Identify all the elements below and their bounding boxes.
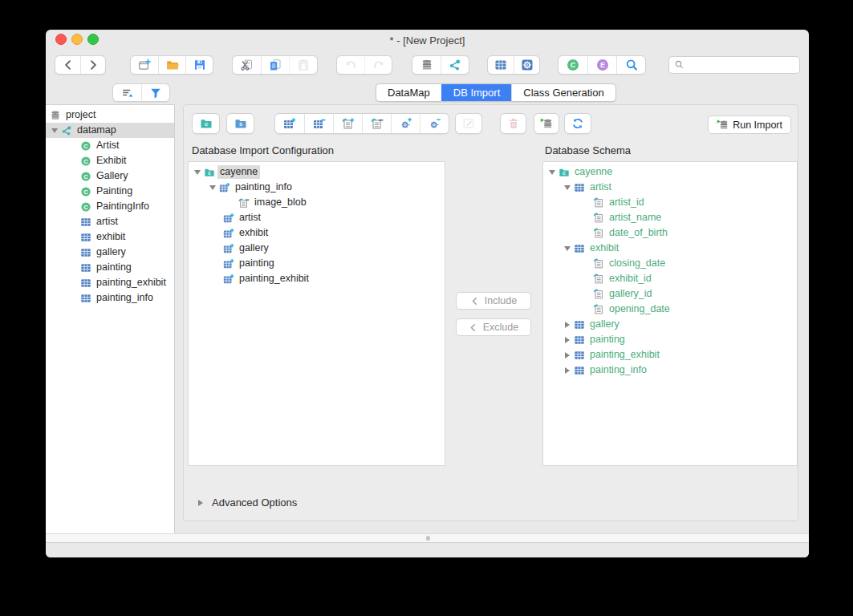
collapse-icon[interactable] (49, 123, 60, 138)
toolbar-search (668, 56, 800, 74)
include-table-button[interactable] (275, 114, 304, 133)
tree-node-exhibit[interactable]: exhibit (543, 241, 797, 256)
tree-node-painting-info[interactable]: painting_info (543, 363, 797, 378)
horizontal-splitter[interactable] (46, 533, 809, 543)
open-project-button[interactable] (158, 56, 185, 74)
tree-node-exhibit[interactable]: exhibit (189, 225, 445, 241)
tree-node-painting[interactable]: painting (189, 256, 445, 271)
back-button[interactable] (55, 56, 80, 74)
tree-node-datamap[interactable]: datamap (46, 123, 174, 138)
redo-button[interactable] (364, 56, 392, 74)
tree-node-exhibit-id[interactable]: exhibit_id (543, 271, 797, 286)
collapse-icon[interactable] (207, 180, 218, 195)
badge-e-icon: E (596, 59, 609, 71)
tree-node-gallery[interactable]: gallery (543, 317, 797, 332)
include-procedure-button[interactable] (391, 114, 420, 133)
sidebar-toolbar (112, 83, 170, 102)
search-input[interactable] (688, 59, 794, 71)
collapse-icon[interactable] (546, 164, 558, 180)
delete-button[interactable] (501, 114, 526, 133)
collapse-all-button[interactable] (113, 84, 141, 101)
exclude-table-button[interactable] (304, 114, 333, 133)
tree-node-cayenne[interactable]: ccayenne (543, 164, 797, 180)
new-objentity-button[interactable]: C (559, 56, 587, 74)
tree-node-artist[interactable]: artist (189, 210, 445, 225)
tree-node-project[interactable]: project (46, 107, 174, 123)
tree-node-gallery[interactable]: gallery (189, 241, 445, 256)
paste-button[interactable] (289, 56, 317, 74)
minimize-button[interactable] (71, 34, 83, 45)
add-catalog-button[interactable]: c (193, 114, 219, 133)
exclude-procedure-button[interactable] (420, 114, 449, 133)
exclude-button[interactable]: Exclude (456, 318, 531, 336)
new-embeddable-button[interactable]: E (587, 56, 616, 74)
tree-node-exhibit[interactable]: exhibit (46, 229, 174, 245)
edit-button[interactable] (456, 114, 481, 133)
tree-node-painting-exhibit[interactable]: painting_exhibit (189, 271, 445, 286)
svg-text:C: C (83, 172, 88, 180)
collapse-icon[interactable] (192, 164, 203, 180)
tree-node-painting-exhibit[interactable]: painting_exhibit (46, 275, 174, 290)
new-datanode-button[interactable] (412, 56, 441, 74)
tree-node-date-of-birth[interactable]: date_of_birth (543, 225, 797, 241)
column-icon (592, 227, 605, 240)
tree-node-painting[interactable]: painting (543, 332, 797, 347)
include-button[interactable]: Include (456, 292, 531, 310)
tree-node-artist[interactable]: artist (46, 214, 174, 229)
expand-icon[interactable] (562, 347, 573, 363)
tree-node-artist[interactable]: CArtist (46, 138, 174, 153)
tab-db-import[interactable]: DB Import (441, 84, 512, 101)
tab-datamap[interactable]: DataMap (376, 84, 441, 101)
tab-class-generation[interactable]: Class Generation (511, 84, 615, 101)
copy-button[interactable] (261, 56, 289, 74)
datamap-icon (60, 124, 73, 137)
tree-node-gallery[interactable]: CGallery (46, 168, 174, 184)
tree-node-opening-date[interactable]: opening_date (543, 302, 797, 317)
tree-node-artist-id[interactable]: artist_id (543, 195, 797, 210)
tree-node-label: PaintingInfo (94, 200, 152, 213)
collapse-icon[interactable] (562, 241, 573, 256)
tree-node-cayenne[interactable]: ccayenne (189, 164, 445, 180)
save-button[interactable] (185, 56, 213, 74)
new-project-button[interactable] (131, 56, 158, 74)
add-schema-button[interactable]: s (227, 114, 254, 133)
tree-node-exhibit[interactable]: CExhibit (46, 153, 174, 168)
tree-node-label: artist_name (607, 211, 664, 225)
collapse-icon[interactable] (562, 180, 573, 195)
cut-button[interactable] (233, 56, 261, 74)
new-datamap-button[interactable] (441, 56, 469, 74)
undo-button[interactable] (337, 56, 364, 74)
zoom-button[interactable] (87, 34, 99, 45)
filter-button[interactable] (141, 84, 169, 101)
exclude-column-button[interactable] (362, 114, 391, 133)
expand-icon[interactable] (562, 317, 573, 332)
tree-node-painting-exhibit[interactable]: painting_exhibit (543, 347, 797, 363)
advanced-options-toggle[interactable]: Advanced Options (195, 495, 297, 510)
tree-node-gallery-id[interactable]: gallery_id (543, 286, 797, 302)
tree-node-artist-name[interactable]: artist_name (543, 210, 797, 225)
include-column-button[interactable] (333, 114, 362, 133)
tree-node-painting-info[interactable]: painting_info (189, 180, 445, 195)
run-import-button[interactable]: Run Import (708, 116, 791, 134)
tree-node-painting-info[interactable]: painting_info (46, 290, 174, 306)
tree-node-image-blob[interactable]: image_blob (189, 195, 445, 210)
tree-node-artist[interactable]: artist (543, 180, 797, 195)
catalog-group: c (192, 113, 220, 134)
tree-node-gallery[interactable]: gallery (46, 245, 174, 260)
refresh-button[interactable] (565, 114, 591, 133)
reverse-engineer-button[interactable] (534, 114, 559, 133)
expand-icon[interactable] (562, 332, 573, 347)
expand-icon[interactable] (562, 363, 573, 378)
close-button[interactable] (55, 34, 67, 45)
new-dbentity-button[interactable] (488, 56, 514, 74)
column-plus-icon (342, 117, 355, 130)
new-query-button[interactable] (616, 56, 645, 74)
tree-node-painting[interactable]: CPainting (46, 184, 174, 199)
tree-node-paintinginfo[interactable]: CPaintingInfo (46, 199, 174, 214)
new-procedure-button[interactable] (514, 56, 539, 74)
table-plus-icon (222, 273, 235, 286)
tree-node-closing-date[interactable]: closing_date (543, 256, 797, 271)
window-title: * - [New Project] (46, 30, 809, 51)
forward-button[interactable] (80, 56, 105, 74)
tree-node-painting[interactable]: painting (46, 260, 174, 275)
